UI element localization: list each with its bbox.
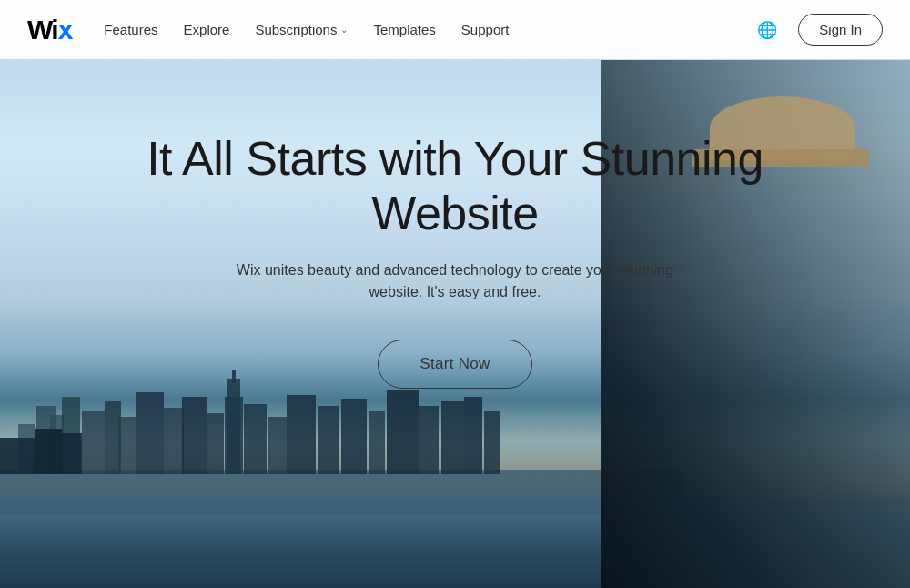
chevron-down-icon: ⌄ (340, 25, 348, 35)
navbar: Wix Features Explore Subscriptions ⌄ Tem… (0, 0, 910, 59)
nav-support[interactable]: Support (461, 22, 510, 37)
hero-subtitle: Wix unites beauty and advanced technolog… (228, 259, 682, 303)
nav-templates[interactable]: Templates (373, 22, 435, 37)
start-now-button[interactable]: Start Now (378, 340, 531, 389)
nav-subscriptions[interactable]: Subscriptions ⌄ (255, 22, 348, 37)
globe-icon: 🌐 (757, 20, 777, 40)
nav-features[interactable]: Features (104, 22, 157, 37)
nav-links: Features Explore Subscriptions ⌄ Templat… (104, 22, 509, 38)
hero-content: It All Starts with Your Stunning Website… (0, 59, 910, 588)
navbar-right: 🌐 Sign In (753, 14, 883, 46)
wix-logo[interactable]: Wix (27, 15, 72, 46)
nav-subscriptions-label: Subscriptions (255, 22, 337, 37)
language-selector-button[interactable]: 🌐 (753, 15, 782, 45)
nav-explore[interactable]: Explore (184, 22, 230, 37)
hero-title: It All Starts with Your Stunning Website (127, 132, 783, 241)
logo-text: Wix (27, 15, 72, 46)
navbar-left: Wix Features Explore Subscriptions ⌄ Tem… (27, 15, 509, 46)
sign-in-button[interactable]: Sign In (798, 14, 883, 46)
